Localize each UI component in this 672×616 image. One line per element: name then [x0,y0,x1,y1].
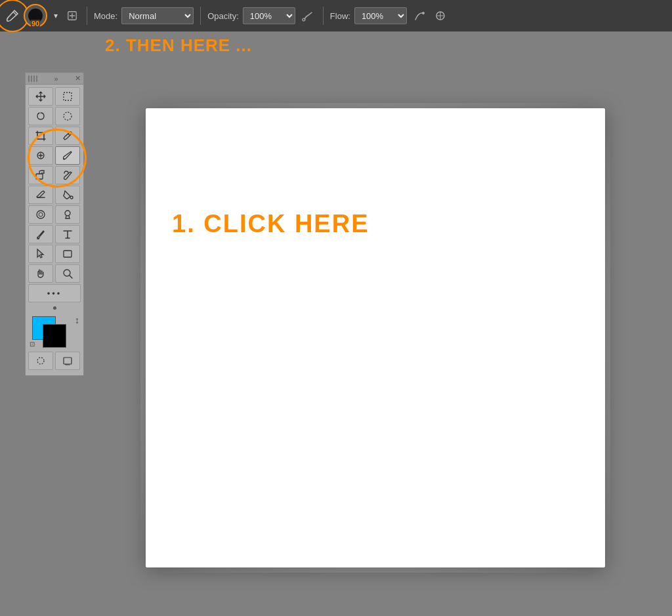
canvas[interactable]: 1. CLICK HERE [146,108,605,567]
airbrush-svg [302,10,314,22]
color-swap-button[interactable]: ↕ [75,315,79,325]
symmetry-svg [434,10,446,22]
marquee-rect-icon [62,91,74,102]
history-brush-icon [62,169,74,181]
tool-zoom[interactable] [55,264,80,283]
color-reset-button[interactable]: ⊡ [30,340,35,348]
mode-select[interactable]: Normal Dissolve Multiply Screen Overlay … [121,7,194,24]
symmetry-icon[interactable] [432,7,449,24]
tool-pen[interactable] [28,225,53,243]
brush-tool-icon [62,150,74,161]
flow-select[interactable]: 100% 75% 50% [354,7,407,24]
crop-icon [35,130,47,142]
svg-rect-8 [36,174,43,179]
tool-blur[interactable] [28,205,53,224]
svg-rect-4 [64,92,72,100]
marquee-ellipse-icon [62,110,74,122]
smoothing-icon[interactable] [411,7,428,24]
tool-brush[interactable] [55,146,80,165]
svg-point-5 [64,112,72,120]
svg-point-1 [303,18,305,21]
flow-select-wrap[interactable]: 100% 75% 50% [354,7,407,24]
rect-shape-icon [62,248,74,260]
toolbar-divider-1 [87,7,87,25]
clone-stamp-icon [35,169,47,181]
opacity-select[interactable]: 100% 75% 50% 25% [243,7,295,24]
tool-rect-shape[interactable] [55,245,80,263]
brush-size-picker[interactable]: 90 [24,4,47,28]
text-icon [62,228,74,240]
brush-settings-icon [67,10,77,21]
svg-point-9 [70,196,73,199]
canvas-area: 1. CLICK HERE [92,72,659,603]
toolbox-close-button[interactable]: ✕ [75,74,81,83]
quick-mask-icon [35,356,46,366]
hand-icon [35,268,47,279]
blur-icon [35,209,47,220]
svg-rect-16 [64,358,72,364]
tool-screen-mode[interactable] [55,352,80,370]
toolbar: 90 ▾ Mode: Normal Dissolve Multiply Scre… [0,0,672,31]
zoom-icon [62,268,74,279]
select-arrow-icon [35,248,47,260]
move-icon [35,91,47,102]
tool-crop[interactable] [28,127,53,145]
pen-icon [35,228,47,240]
svg-point-15 [37,358,44,364]
opacity-label: Opacity: [207,11,239,21]
eraser-icon [35,189,47,201]
annotation-click-here: 1. CLICK HERE [172,210,369,238]
tool-more[interactable]: ••• [28,284,81,302]
mode-label: Mode: [94,11,117,21]
tool-move[interactable] [28,87,53,106]
svg-point-12 [65,211,70,216]
toolbox-drag-handle[interactable] [28,75,37,82]
tool-heal[interactable] [28,146,53,165]
toolbox-header: » ✕ [26,73,83,85]
toolbox-panel: » ✕ [25,72,84,376]
tool-marquee-rect[interactable] [55,87,80,106]
toolbar-divider-3 [323,7,324,25]
svg-point-10 [37,211,45,218]
background-color-swatch[interactable] [43,324,66,348]
tool-select-arrow[interactable] [28,245,53,263]
tool-hand[interactable] [28,264,53,283]
tool-text[interactable] [55,225,80,243]
tool-eyedropper[interactable] [55,127,80,145]
airbrush-icon[interactable] [299,7,316,24]
smoothing-svg [413,10,425,22]
svg-point-7 [63,158,64,159]
toolbar-divider-2 [200,7,201,25]
annotation-then-here: 2. THEN HERE ... [105,35,252,56]
brush-tool-button[interactable] [5,9,20,23]
color-swatches: ↕ ⊡ [26,311,83,350]
tool-eraser[interactable] [28,186,53,204]
paint-bucket-icon [62,189,74,201]
toolbox-collapse-button[interactable]: » [54,75,58,83]
mode-select-wrap[interactable]: Normal Dissolve Multiply Screen Overlay … [121,7,194,24]
lasso-icon [35,110,47,122]
opacity-select-wrap[interactable]: 100% 75% 50% 25% [243,7,295,24]
svg-point-11 [39,213,43,216]
heal-icon [35,150,47,161]
brush-extra-options[interactable] [64,8,80,24]
flow-label: Flow: [330,11,350,21]
screen-mode-icon [62,356,73,366]
tool-quick-mask[interactable] [28,352,53,370]
tool-marquee-ellipse[interactable] [55,107,80,125]
brush-size-value: 90 [31,20,40,28]
tool-paint-bucket[interactable] [55,186,80,204]
tool-dodge[interactable] [55,205,80,224]
tool-clone-stamp[interactable] [28,166,53,184]
more-tools-label: ••• [47,289,62,298]
toolbox-bottom-icons [26,350,83,371]
brush-options-chevron[interactable]: ▾ [51,9,60,23]
tool-history-brush[interactable] [55,166,80,184]
brush-icon [5,9,20,23]
color-dot-indicator [26,305,83,311]
tool-lasso[interactable] [28,107,53,125]
dodge-icon [62,209,74,220]
svg-point-2 [422,12,425,14]
eyedropper-icon [62,130,74,142]
tool-grid: ••• [26,85,83,305]
